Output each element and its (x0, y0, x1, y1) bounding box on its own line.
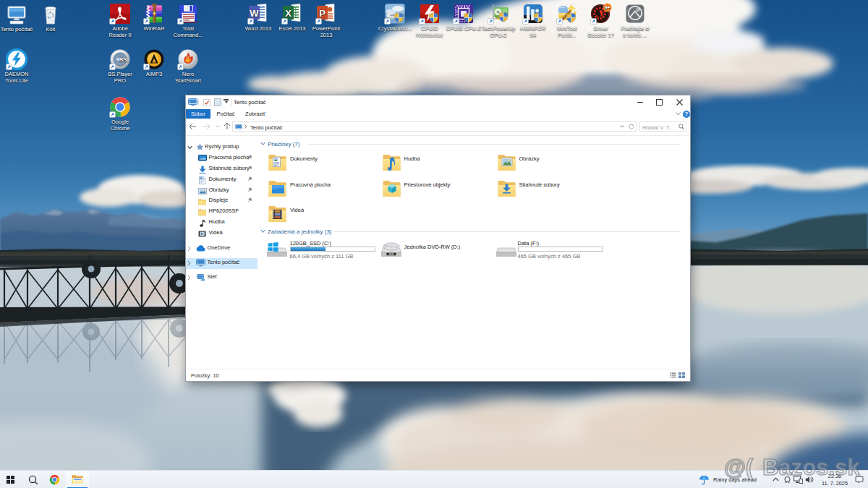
svg-text:9+: 9+ (605, 5, 610, 10)
svg-text:P: P (319, 8, 326, 19)
svg-text:X: X (285, 8, 292, 19)
svg-text:BS: BS (119, 56, 127, 63)
svg-text:W: W (250, 8, 259, 19)
